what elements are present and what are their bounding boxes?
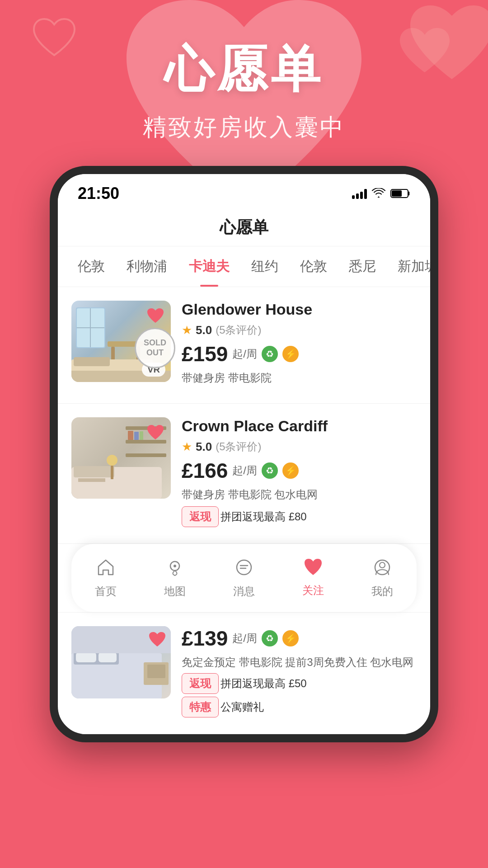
svg-rect-7 — [111, 347, 115, 360]
wifi-icon — [371, 188, 386, 199]
eco-icon-2: ♻ — [262, 462, 278, 479]
nav-item-messages[interactable]: 消息 — [220, 553, 268, 603]
special-tag-3: 特惠 — [182, 697, 219, 717]
sold-out-badge-1: SOLD OUT — [135, 328, 175, 368]
lightning-icon-1: ⚡ — [282, 346, 299, 362]
nav-label-profile: 我的 — [371, 584, 393, 599]
nav-label-favorites: 关注 — [302, 583, 324, 598]
star-icon-2: ★ — [182, 440, 192, 454]
listing-price-3: £139 — [182, 626, 228, 651]
cashback-text-3: 拼团返现最高 £50 — [221, 676, 307, 691]
tab-singapore[interactable]: 新加坡 — [387, 246, 430, 287]
heart-nav-icon — [303, 558, 323, 580]
cashback-row-3: 返现 拼团返现最高 £50 — [182, 673, 417, 694]
bottom-nav-wrapper: 首页 地图 — [58, 544, 430, 612]
cashback-text-2: 拼团返现最高 £80 — [221, 509, 307, 524]
page-title-bar: 心愿单 — [58, 208, 430, 246]
svg-rect-33 — [99, 652, 117, 662]
svg-rect-14 — [126, 453, 166, 457]
svg-rect-17 — [140, 431, 143, 440]
listing-name-1: Glendower House — [182, 301, 417, 318]
listing-image-wrap-1: VR SOLD OUT — [71, 301, 171, 382]
listing-amenities-3: 免定金预定 带电影院 提前3周免费入住 包水电网 — [182, 655, 417, 670]
tab-london1[interactable]: 伦敦 — [67, 246, 116, 287]
listing-price-row-3: £139 起/周 ♻ ⚡ — [182, 626, 417, 651]
svg-rect-19 — [74, 466, 114, 477]
svg-rect-32 — [76, 652, 96, 662]
lightning-icon-3: ⚡ — [282, 630, 299, 646]
listing-info-2: Crown Place Cardiff ★ 5.0 (5条评价) £166 起/… — [182, 417, 417, 530]
nav-item-profile[interactable]: 我的 — [358, 553, 407, 603]
heart-badge-1[interactable] — [145, 306, 165, 326]
tab-newyork[interactable]: 纽约 — [240, 246, 289, 287]
rating-score-1: 5.0 — [196, 323, 212, 337]
listing-card-3[interactable]: £139 起/周 ♻ ⚡ 免定金预定 带电影院 提前3周免费入住 包水电网 返现… — [58, 612, 430, 734]
svg-rect-16 — [134, 432, 139, 440]
listing-price-row-2: £166 起/周 ♻ ⚡ — [182, 458, 417, 483]
listing-amenities-1: 带健身房 带电影院 — [182, 371, 417, 385]
tab-liverpool[interactable]: 利物浦 — [116, 246, 178, 287]
listing-price-1: £159 — [182, 342, 228, 366]
listing-rating-1: ★ 5.0 (5条评价) — [182, 323, 417, 337]
cashback-row-2: 返现 拼团返现最高 £80 — [182, 506, 417, 527]
tab-london2[interactable]: 伦敦 — [289, 246, 338, 287]
svg-point-29 — [380, 562, 385, 568]
listing-price-unit-1: 起/周 — [232, 347, 257, 361]
rating-score-2: 5.0 — [196, 440, 212, 454]
tab-sydney[interactable]: 悉尼 — [338, 246, 387, 287]
listing-amenities-2: 带健身房 带电影院 包水电网 — [182, 487, 417, 502]
signal-icon — [352, 188, 367, 199]
nav-item-favorites[interactable]: 关注 — [289, 554, 338, 602]
nav-label-messages: 消息 — [233, 584, 255, 599]
page-title: 心愿单 — [220, 218, 268, 236]
cashback-tag-3: 返现 — [182, 673, 219, 694]
eco-icon-3: ♻ — [262, 630, 278, 646]
svg-rect-20 — [78, 478, 105, 482]
hero-title: 心愿单 — [0, 36, 488, 104]
nav-item-home[interactable]: 首页 — [81, 553, 130, 603]
listing-rating-2: ★ 5.0 (5条评价) — [182, 439, 417, 454]
status-bar: 21:50 — [58, 174, 430, 208]
listing-price-row-1: £159 起/周 ♻ ⚡ — [182, 342, 417, 366]
tab-cardiff[interactable]: 卡迪夫 — [178, 246, 240, 287]
heart-badge-3[interactable] — [147, 630, 167, 650]
listing-price-unit-3: 起/周 — [232, 631, 257, 646]
svg-point-24 — [174, 565, 176, 567]
battery-icon — [390, 188, 410, 199]
nav-item-map[interactable]: 地图 — [150, 553, 199, 603]
category-tabs[interactable]: 伦敦 利物浦 卡迪夫 纽约 伦敦 悉尼 新加坡 — [58, 246, 430, 287]
listing-info-3: £139 起/周 ♻ ⚡ 免定金预定 带电影院 提前3周免费入住 包水电网 返现… — [182, 626, 417, 720]
listing-info-1: Glendower House ★ 5.0 (5条评价) £159 起/周 ♻ … — [182, 301, 417, 390]
phone-mockup: 21:50 心愿单 — [0, 166, 488, 742]
lightning-icon-2: ⚡ — [282, 462, 299, 479]
status-icons — [352, 188, 410, 199]
user-icon — [372, 557, 392, 580]
listing-card-2[interactable]: Crown Place Cardiff ★ 5.0 (5条评价) £166 起/… — [58, 404, 430, 544]
svg-point-25 — [237, 560, 251, 575]
svg-rect-22 — [111, 466, 113, 479]
listing-price-unit-2: 起/周 — [232, 463, 257, 478]
nav-label-map: 地图 — [164, 584, 186, 599]
listing-price-2: £166 — [182, 458, 228, 483]
hero-section: 心愿单 精致好房收入囊中 — [0, 0, 488, 161]
listing-image-wrap-2 — [71, 417, 171, 499]
svg-rect-1 — [392, 190, 402, 197]
status-time: 21:50 — [78, 184, 119, 203]
map-icon — [165, 557, 185, 580]
svg-rect-10 — [74, 357, 110, 366]
listing-image-wrap-3 — [71, 626, 171, 698]
nav-label-home: 首页 — [95, 584, 117, 599]
rating-count-2: (5条评价) — [216, 439, 261, 454]
svg-rect-15 — [128, 431, 133, 440]
home-icon — [96, 557, 116, 580]
listing-name-2: Crown Place Cardiff — [182, 417, 417, 435]
special-row-3: 特惠 公寓赠礼 — [182, 697, 417, 717]
bottom-nav: 首页 地图 — [71, 544, 417, 612]
special-text-3: 公寓赠礼 — [221, 700, 264, 714]
heart-badge-2[interactable] — [145, 423, 165, 443]
listing-card-1[interactable]: VR SOLD OUT Glendower House ★ 5.0 (5条评价)… — [58, 287, 430, 404]
svg-point-21 — [107, 455, 117, 466]
star-icon-1: ★ — [182, 323, 192, 337]
rating-count-1: (5条评价) — [216, 323, 261, 337]
hero-subtitle: 精致好房收入囊中 — [0, 112, 488, 143]
